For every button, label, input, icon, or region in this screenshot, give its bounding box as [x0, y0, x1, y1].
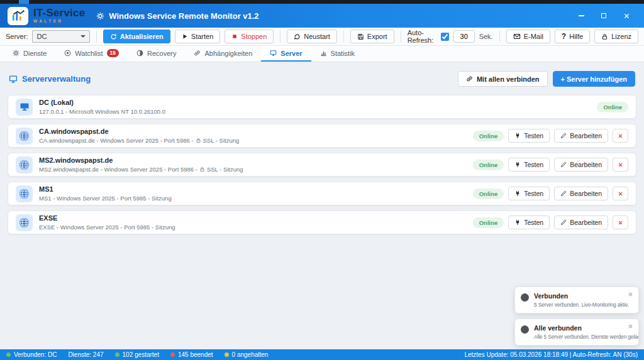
edit-server-button[interactable]: Bearbeiten	[554, 187, 608, 200]
close-button[interactable]	[623, 12, 630, 19]
remove-server-button[interactable]	[613, 187, 628, 200]
monitor-icon	[270, 50, 277, 57]
server-select-value: DC	[36, 33, 47, 40]
test-server-button[interactable]: Testen	[508, 129, 550, 143]
server-actions: Online Testen Bearbeiten	[473, 187, 628, 200]
auto-refresh-checkbox[interactable]	[441, 33, 449, 41]
server-name: CA.windowspapst.de	[39, 128, 239, 135]
email-button-label: E-Mail	[524, 33, 543, 40]
tab-abhaengigkeiten[interactable]: Abhängigkeiten	[185, 46, 261, 62]
server-name: DC (Lokal)	[39, 99, 165, 106]
tab-server[interactable]: Server	[261, 46, 311, 62]
toast-body: Verbunden 5 Server verbunden. Live-Monit…	[534, 292, 629, 308]
tab-label: Statistik	[331, 50, 355, 57]
edit-button-label: Bearbeiten	[570, 132, 602, 139]
gear-icon	[13, 50, 19, 57]
connect-all-label: Mit allen verbinden	[477, 75, 540, 83]
tab-dienste[interactable]: Dienste	[4, 46, 55, 62]
start-button[interactable]: Starten	[175, 30, 220, 43]
test-server-button[interactable]: Testen	[508, 187, 550, 200]
question-icon: ?	[562, 32, 566, 41]
auto-refresh-label: Auto-Refresh:	[408, 29, 436, 44]
tab-watchlist[interactable]: Watchlist 15	[55, 46, 128, 62]
logo-sub-text: WALTER	[33, 19, 85, 24]
help-button[interactable]: ? Hilfe	[555, 30, 590, 43]
status-badge: Online	[473, 160, 504, 170]
restart-button[interactable]: Neustart	[287, 30, 337, 43]
server-row-ms1[interactable]: MS1 MS1 - Windows Server 2025 - Port 598…	[8, 182, 636, 205]
stop-button[interactable]: Stoppen	[225, 30, 274, 43]
toast-message: Alle 5 Server verbunden. Dienste werden …	[534, 334, 639, 340]
server-info: MS1 MS1 - Windows Server 2025 - Port 598…	[39, 185, 172, 202]
add-server-button[interactable]: + Server hinzufügen	[553, 71, 635, 87]
remove-server-button[interactable]	[613, 129, 628, 143]
interval-input[interactable]	[453, 30, 475, 43]
test-server-button[interactable]: Testen	[508, 158, 550, 172]
edit-server-button[interactable]: Bearbeiten	[554, 215, 608, 229]
logo-chart-icon	[11, 9, 25, 23]
server-icon-tile	[16, 128, 33, 145]
minimize-button[interactable]	[577, 12, 585, 19]
globe-icon	[19, 160, 30, 170]
mail-icon	[513, 33, 521, 40]
status-badge: Online	[473, 188, 504, 199]
titlebar: IT-Service WALTER Windows Service Remote…	[0, 4, 644, 28]
toast-close-button[interactable]	[628, 324, 633, 329]
license-button[interactable]: Lizenz	[594, 30, 638, 43]
server-row-ca[interactable]: CA.windowspapst.de CA.windowspapst.de - …	[8, 124, 636, 148]
server-select-label: Server:	[6, 33, 28, 40]
globe-icon	[19, 131, 30, 141]
refresh-button[interactable]: Aktualisieren	[103, 30, 170, 43]
toast-close-button[interactable]	[628, 292, 633, 297]
status-connected: Verbunden: DC	[6, 351, 57, 358]
edit-server-button[interactable]: Bearbeiten	[554, 129, 608, 143]
app-title: Windows Service Remote Monitor v1.2	[96, 11, 258, 21]
test-server-button[interactable]: Testen	[508, 215, 550, 229]
edit-button-label: Bearbeiten	[570, 190, 602, 197]
green-dot-icon	[115, 352, 119, 357]
edit-button-label: Bearbeiten	[570, 161, 602, 168]
server-select[interactable]: DC	[32, 30, 89, 43]
toast-body: Alle verbunden Alle 5 Server verbunden. …	[534, 324, 639, 340]
status-started: 102 gestartet	[115, 351, 159, 358]
tab-recovery[interactable]: Recovery	[128, 46, 185, 62]
connect-all-button[interactable]: Mit allen verbinden	[458, 71, 548, 87]
stop-icon	[231, 33, 238, 40]
server-row-dc[interactable]: DC (Lokal) 127.0.0.1 - Microsoft Windows…	[8, 95, 636, 119]
page-title: Serververwaltung	[9, 74, 91, 84]
computer-icon	[19, 102, 30, 112]
plug-icon	[514, 133, 521, 139]
tab-label: Recovery	[147, 50, 176, 57]
export-button[interactable]: Export	[350, 30, 394, 43]
remove-server-button[interactable]	[613, 215, 628, 229]
edit-server-button[interactable]: Bearbeiten	[554, 158, 608, 172]
minimize-icon	[579, 15, 584, 16]
server-meta: CA.windowspapst.de - Windows Server 2025…	[39, 137, 239, 144]
server-row-exse[interactable]: EXSE EXSE - Windows Server 2025 - Port 5…	[8, 210, 636, 234]
remove-server-button[interactable]	[613, 158, 628, 172]
server-meta: MS2.windowspapst.de - Windows Server 202…	[39, 166, 243, 173]
pencil-icon	[560, 133, 567, 139]
status-dot-icon	[521, 325, 529, 334]
server-actions: Online	[597, 102, 628, 112]
app-title-text: Windows Service Remote Monitor v1.2	[109, 11, 258, 21]
tab-statistik[interactable]: Statistik	[311, 46, 364, 62]
test-button-label: Testen	[524, 132, 543, 139]
tab-label: Watchlist	[75, 50, 103, 57]
email-button[interactable]: E-Mail	[506, 30, 550, 43]
desktop-edge-accent	[19, 0, 29, 4]
maximize-button[interactable]	[600, 12, 608, 19]
server-info: DC (Lokal) 127.0.0.1 - Microsoft Windows…	[39, 99, 165, 115]
content-header: Serververwaltung Mit allen verbinden + S…	[9, 71, 635, 87]
toolbar-divider	[343, 31, 344, 42]
server-row-ms2[interactable]: MS2.windowspapst.de MS2.windowspapst.de …	[8, 153, 636, 177]
refresh-icon	[110, 33, 117, 40]
toolbar-divider	[401, 31, 401, 42]
monitor-icon	[9, 75, 18, 84]
tab-label: Dienste	[23, 50, 47, 57]
close-icon	[623, 13, 630, 19]
toast-message: 5 Server verbunden. Live-Monitoring akti…	[534, 302, 629, 308]
status-badge: Online	[473, 131, 504, 141]
test-button-label: Testen	[524, 190, 543, 197]
close-icon	[628, 324, 633, 329]
